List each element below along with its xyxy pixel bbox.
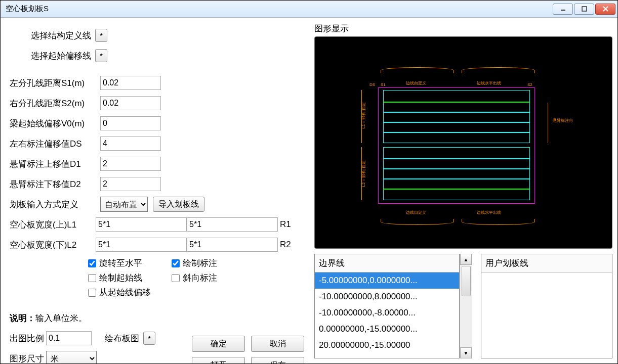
s2-input[interactable] xyxy=(100,96,161,110)
scroll-thumb[interactable] xyxy=(462,266,471,296)
form-panel: 选择结构定义线 * 选择起始偏移线 * 左分孔线距离S1(m) 右分孔线距离S2… xyxy=(1,18,314,363)
scale-input[interactable] xyxy=(46,331,92,345)
offset-label: 从起始线偏移 xyxy=(99,287,151,298)
layout-label: 绘布板图 xyxy=(105,333,139,344)
import-lines-button[interactable]: 导入划板线 xyxy=(153,197,204,212)
ok-button[interactable]: 确定 xyxy=(192,336,245,352)
skew-checkbox[interactable] xyxy=(172,274,180,282)
s2-label: 右分孔线距离S2(m) xyxy=(10,98,98,109)
boundary-item[interactable]: -5.00000000,0.0000000... xyxy=(315,272,459,289)
save-button[interactable]: 保存 xyxy=(251,357,304,364)
layout-pick-button[interactable]: * xyxy=(143,332,155,345)
v0-label: 梁起始线偏移V0(m) xyxy=(10,118,98,129)
maximize-button[interactable] xyxy=(574,4,594,15)
boundary-item[interactable]: 0.00000000,-15.000000... xyxy=(315,321,459,337)
size-label: 图形尺寸 xyxy=(10,353,44,365)
scale-label: 出图比例 xyxy=(10,333,44,344)
preview-canvas: DS S1 S2 边线自定义 边线水平出线 边线自定义 边线水平出线 xyxy=(314,36,612,249)
width-top-label: 空心板宽度(上)L1 xyxy=(10,219,96,231)
offset-checkbox[interactable] xyxy=(88,289,96,297)
scroll-down-icon[interactable]: ▼ xyxy=(460,347,472,358)
titlebar: 空心板划板S xyxy=(1,1,617,18)
preview-title: 图形显示 xyxy=(314,23,612,34)
d2-label: 悬臂标注下移值D2 xyxy=(10,178,98,190)
boundary-item[interactable]: -10.00000000,-8.00000... xyxy=(315,305,459,321)
mode-select[interactable]: 自动布置 xyxy=(100,197,148,212)
s1-label: 左分孔线距离S1(m) xyxy=(10,77,98,89)
width-bot-label: 空心板宽度(下)L2 xyxy=(10,239,96,251)
rotate-label: 旋转至水平 xyxy=(99,257,142,269)
minimize-button[interactable] xyxy=(553,4,573,15)
startline-checkbox[interactable] xyxy=(88,274,96,282)
annot-checkbox[interactable] xyxy=(172,259,180,267)
boundary-header: 边界线 xyxy=(315,254,459,272)
skew-label: 斜向标注 xyxy=(183,272,217,284)
startline-label: 绘制起始线 xyxy=(99,272,142,284)
width-bot-left-input[interactable] xyxy=(96,238,187,252)
width-bot-right-input[interactable] xyxy=(187,238,278,252)
offset-line-label: 选择起始偏移线 xyxy=(31,50,91,62)
checkbox-grid: 旋转至水平 绘制标注 绘制起始线 斜向标注 从起始线偏移 xyxy=(88,257,309,301)
pick-struct-line-button[interactable]: * xyxy=(95,29,107,42)
width-top-right-input[interactable] xyxy=(187,217,278,232)
user-listbox[interactable]: 用户划板线 xyxy=(481,254,612,358)
ds-input[interactable] xyxy=(100,136,161,151)
width-bot-suffix: R2 xyxy=(280,240,292,250)
width-top-suffix: R1 xyxy=(280,219,292,230)
width-top-left-input[interactable] xyxy=(96,217,187,232)
boundary-item[interactable]: -10.00000000,8.000000... xyxy=(315,289,459,305)
v0-input[interactable] xyxy=(100,116,161,130)
d1-label: 悬臂标注上移值D1 xyxy=(10,158,98,170)
window-controls xyxy=(553,4,615,15)
s1-input[interactable] xyxy=(100,76,161,90)
rotate-checkbox[interactable] xyxy=(88,259,96,267)
svg-rect-1 xyxy=(582,7,587,11)
d1-input[interactable] xyxy=(100,157,161,171)
pick-offset-line-button[interactable]: * xyxy=(95,49,107,62)
ds-label: 左右标注偏移值DS xyxy=(10,138,98,150)
size-select[interactable]: 米 xyxy=(46,351,97,364)
cancel-button[interactable]: 取消 xyxy=(251,336,304,352)
mode-label: 划板输入方式定义 xyxy=(10,199,98,210)
boundary-scrollbar[interactable]: ▲ ▼ xyxy=(460,254,472,358)
boundary-listbox[interactable]: 边界线 -5.00000000,0.0000000...-10.00000000… xyxy=(314,254,460,358)
window-title: 空心板划板S xyxy=(6,4,553,14)
open-button[interactable]: 打开 xyxy=(192,357,245,364)
user-header: 用户划板线 xyxy=(481,254,612,272)
d2-input[interactable] xyxy=(100,177,161,191)
note-prefix: 说明： xyxy=(10,312,35,324)
annot-label: 绘制标注 xyxy=(183,257,217,269)
boundary-item[interactable]: 20.00000000,-15.00000 xyxy=(315,337,459,353)
struct-line-label: 选择结构定义线 xyxy=(31,30,91,41)
close-button[interactable] xyxy=(595,4,615,15)
scroll-up-icon[interactable]: ▲ xyxy=(460,254,472,265)
note-text: 输入单位米。 xyxy=(35,312,87,324)
